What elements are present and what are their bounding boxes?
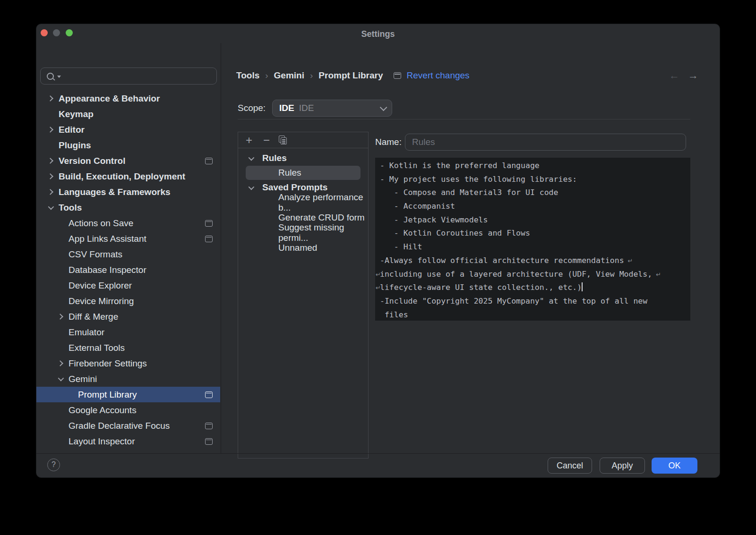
editor-line: - Accompanist xyxy=(380,200,686,213)
sidebar-item-actions-on-save[interactable]: Actions on Save xyxy=(36,215,220,231)
sidebar-item-label: Database Inspector xyxy=(69,265,146,275)
project-settings-icon xyxy=(205,158,213,164)
chevron-right-icon[interactable] xyxy=(48,174,59,178)
prompt-tree-label: Analyze performance b... xyxy=(278,192,368,213)
chevron-down-icon[interactable] xyxy=(58,377,69,381)
sidebar-item-version-control[interactable]: Version Control xyxy=(36,153,220,169)
sidebar-item-label: Editor xyxy=(59,125,85,135)
sidebar-item-keymap[interactable]: Keymap xyxy=(36,106,220,122)
chevron-down-icon[interactable] xyxy=(249,186,259,190)
sidebar-item-label: Device Explorer xyxy=(69,280,132,291)
add-prompt-button[interactable]: + xyxy=(244,134,254,147)
chevron-right-icon[interactable] xyxy=(48,190,59,194)
sidebar-item-google-accounts[interactable]: Google Accounts xyxy=(36,402,220,418)
sidebar-item-label: Gemini xyxy=(69,374,97,384)
sidebar-item-appearance-behavior[interactable]: Appearance & Behavior xyxy=(36,91,220,106)
project-settings-icon xyxy=(205,236,213,242)
sidebar-item-app-links-assistant[interactable]: App Links Assistant xyxy=(36,231,220,246)
prompt-tree-label: Suggest missing permi... xyxy=(278,222,368,243)
editor-line-text: including use of a layered architecture … xyxy=(380,270,652,279)
sidebar-item-emulator[interactable]: Emulator xyxy=(36,324,220,340)
help-button[interactable]: ? xyxy=(47,459,60,471)
sidebar-item-build-execution-deployment[interactable]: Build, Execution, Deployment xyxy=(36,169,220,184)
sidebar-item-database-inspector[interactable]: Database Inspector xyxy=(36,262,220,278)
sidebar-item-firebender-settings[interactable]: Firebender Settings xyxy=(36,356,220,371)
editor-line-text: - Kotlin is the preferred language xyxy=(380,161,540,170)
sidebar-item-label: Emulator xyxy=(69,327,104,338)
sidebar-item-languages-frameworks[interactable]: Languages & Frameworks xyxy=(36,184,220,200)
chevron-right-icon[interactable] xyxy=(58,361,69,365)
breadcrumb-gemini[interactable]: Gemini xyxy=(274,70,304,81)
forward-arrow-icon[interactable]: → xyxy=(688,69,698,82)
titlebar: Settings xyxy=(36,24,720,43)
settings-search-input[interactable] xyxy=(40,68,217,85)
breadcrumb-tools[interactable]: Tools xyxy=(236,70,259,81)
prompt-tree-group-rules[interactable]: Rules xyxy=(238,151,368,166)
sidebar-item-tools[interactable]: Tools xyxy=(36,200,220,215)
prompt-list-toolbar: + − xyxy=(238,132,368,148)
chevron-right-icon[interactable] xyxy=(48,127,59,132)
sidebar-item-layout-inspector[interactable]: Layout Inspector xyxy=(36,433,220,449)
breadcrumb: Tools›Gemini›Prompt Library Revert chang… xyxy=(236,68,698,84)
editor-line: - Jetpack Viewmodels xyxy=(380,213,686,227)
search-icon xyxy=(47,73,54,80)
cancel-button[interactable]: Cancel xyxy=(548,458,592,474)
sidebar-item-label: Version Control xyxy=(59,156,125,166)
ok-button[interactable]: OK xyxy=(652,458,697,474)
editor-line-text: -Always follow official architecture rec… xyxy=(380,256,624,265)
editor-line-text: -Include "Copyright 2025 MyCompany" at t… xyxy=(380,297,647,306)
apply-button[interactable]: Apply xyxy=(600,458,645,474)
sidebar-item-device-mirroring[interactable]: Device Mirroring xyxy=(36,293,220,309)
copy-prompt-button[interactable] xyxy=(279,136,287,144)
sidebar-item-label: Keymap xyxy=(59,109,94,119)
sidebar-item-plugins[interactable]: Plugins xyxy=(36,137,220,153)
editor-line-text: - Accompanist xyxy=(380,202,455,211)
prompt-tree-item-rules[interactable]: Rules xyxy=(246,166,361,180)
prompt-text-editor[interactable]: - Kotlin is the preferred language- My p… xyxy=(375,158,690,321)
back-arrow-icon[interactable]: ← xyxy=(669,69,679,82)
editor-line-text: - Kotlin Coroutines and Flows xyxy=(380,229,530,238)
chevron-right-icon[interactable] xyxy=(48,96,59,101)
prompt-tree-item-suggest-missing-permi[interactable]: Suggest missing permi... xyxy=(238,225,368,240)
sidebar-item-gradle-declarative-focus[interactable]: Gradle Declarative Focus xyxy=(36,418,220,433)
project-settings-icon xyxy=(205,423,213,429)
name-input[interactable]: Rules xyxy=(405,134,686,151)
breadcrumb-prompt-library[interactable]: Prompt Library xyxy=(318,70,383,81)
sidebar-item-label: Actions on Save xyxy=(69,218,133,229)
chevron-right-icon[interactable] xyxy=(48,159,59,163)
sidebar-item-label: Device Mirroring xyxy=(69,296,134,306)
sidebar-item-editor[interactable]: Editor xyxy=(36,122,220,137)
soft-wrap-end-icon: ↵ xyxy=(628,257,633,264)
settings-window: Settings Appearance & BehaviorKeymapEdit… xyxy=(36,24,720,478)
prompt-tree-item-analyze-performance-b[interactable]: Analyze performance b... xyxy=(238,195,368,210)
chevron-down-icon[interactable] xyxy=(48,205,59,210)
chevron-down-icon xyxy=(380,103,387,111)
remove-prompt-button[interactable]: − xyxy=(261,134,272,147)
editor-line: -Include "Copyright 2025 MyCompany" at t… xyxy=(380,295,686,308)
sidebar-item-label: CSV Formats xyxy=(69,249,122,260)
editor-line: - Hilt xyxy=(380,240,686,254)
sidebar-item-diff-merge[interactable]: Diff & Merge xyxy=(36,309,220,324)
sidebar-item-external-tools[interactable]: External Tools xyxy=(36,340,220,356)
chevron-down-icon[interactable] xyxy=(249,156,259,161)
window-title: Settings xyxy=(36,24,720,43)
sidebar-item-label: Build, Execution, Deployment xyxy=(59,171,185,182)
sidebar-item-label: Layout Inspector xyxy=(69,436,135,447)
sidebar-item-label: Tools xyxy=(59,203,82,213)
editor-line: - My project uses the following librarie… xyxy=(380,173,686,187)
sidebar-item-csv-formats[interactable]: CSV Formats xyxy=(36,246,220,262)
editor-line: ↵including use of a layered architecture… xyxy=(380,268,686,281)
sidebar-item-device-explorer[interactable]: Device Explorer xyxy=(36,278,220,293)
sidebar-item-label: App Links Assistant xyxy=(69,234,146,244)
project-settings-icon xyxy=(205,220,213,227)
scope-select[interactable]: IDE IDE xyxy=(272,100,392,117)
chevron-right-icon[interactable] xyxy=(58,314,69,319)
editor-line: -Always follow official architecture rec… xyxy=(380,254,686,268)
project-settings-icon xyxy=(394,72,401,79)
scope-divider xyxy=(238,119,690,119)
prompt-tree-label: Saved Prompts xyxy=(262,182,327,193)
sidebar-item-gemini[interactable]: Gemini xyxy=(36,371,220,387)
revert-changes-link[interactable]: Revert changes xyxy=(407,70,470,81)
search-history-chevron-icon xyxy=(57,76,61,78)
sidebar-item-prompt-library[interactable]: Prompt Library xyxy=(36,387,220,402)
